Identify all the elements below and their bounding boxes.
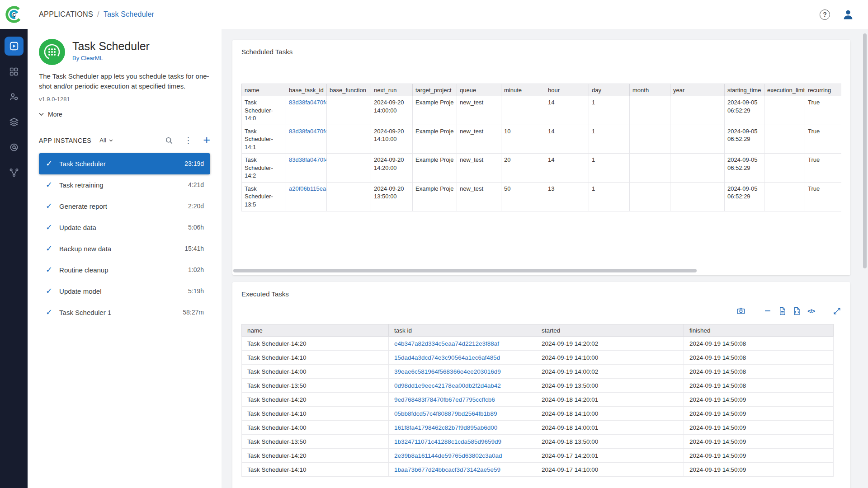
cell-started: 2024-09-18 14:10:00 [536, 407, 684, 421]
breadcrumb-applications-link[interactable]: APPLICATIONS [39, 10, 93, 19]
executed-task-row[interactable]: Task Scheduler-13:50 0d98dd1e9eec42178ea… [242, 379, 834, 393]
cell-target-project: Example Proje [413, 154, 457, 183]
instance-item[interactable]: ✓ Update model 5:19h [39, 281, 210, 302]
base-task-id-link[interactable]: a20f06b115ea4 [286, 182, 327, 211]
task-id-link[interactable]: 05bb8fdcd57c4f808879bd2564fb1b89 [389, 407, 536, 421]
task-id-link[interactable]: 39eae6c581964f568366e4ee203016d9 [389, 365, 536, 379]
app-head: Task Scheduler By ClearML [39, 39, 210, 65]
scheduled-tasks-table-wrap: namebase_task_idbase_functionnext_runtar… [241, 84, 841, 211]
dash-icon[interactable] [764, 307, 772, 315]
column-header[interactable]: target_project [413, 84, 457, 96]
workers-queues-icon [9, 92, 19, 102]
nav-workers-queues[interactable] [5, 87, 24, 106]
scheduled-task-row[interactable]: Task Scheduler-13:5 a20f06b115ea4 2024-0… [242, 182, 842, 211]
task-id-link[interactable]: 161f8fa41798462c82b7f9d895ab6d00 [389, 421, 536, 435]
executed-task-row[interactable]: Task Scheduler-14:20 e4b347a82d334c5eaa7… [242, 337, 834, 351]
cell-year [670, 182, 725, 211]
user-avatar-icon[interactable] [842, 8, 854, 21]
column-header[interactable]: month [630, 84, 670, 96]
nav-datasets[interactable] [5, 113, 24, 131]
task-id-link[interactable]: e4b347a82d334c5eaa74d2212e3f88af [389, 337, 536, 351]
help-icon[interactable]: ? [820, 9, 830, 20]
download-json-icon[interactable] [793, 307, 801, 315]
column-header[interactable]: started [536, 324, 684, 337]
scheduled-task-row[interactable]: Task Scheduler-14:2 83d38fa0470f4 2024-0… [242, 154, 842, 183]
column-header[interactable]: execution_limit [764, 84, 805, 96]
column-header[interactable]: recurring [805, 84, 842, 96]
nav-projects[interactable] [5, 62, 24, 81]
maximize-icon[interactable] [833, 307, 841, 315]
check-icon: ✓ [46, 159, 52, 169]
task-id-link[interactable]: 1b324711071c41288c1cda585d9659d9 [389, 435, 536, 449]
cell-name: Task Scheduler-13:5 [242, 182, 286, 211]
camera-icon[interactable] [736, 306, 745, 315]
column-header[interactable]: day [589, 84, 630, 96]
instance-time: 4:21d [188, 181, 204, 188]
app-description: The Task Scheduler app lets you schedule… [39, 71, 210, 91]
instances-filter-dropdown[interactable]: All [99, 137, 113, 144]
column-header[interactable]: name [242, 324, 389, 337]
kebab-menu-icon[interactable]: ⋮ [184, 136, 193, 145]
column-header[interactable]: name [242, 84, 286, 96]
task-id-link[interactable]: 1baa73b677d24bbcacf3d73142ae5e59 [389, 463, 536, 477]
instance-time: 15:41h [184, 245, 204, 252]
app-byline-link[interactable]: By ClearML [72, 55, 150, 61]
logo-box[interactable]: C [0, 4, 28, 25]
check-icon: ✓ [46, 222, 52, 232]
base-task-id-link[interactable]: 83d38fa0470f4 [286, 96, 327, 125]
embed-code-icon[interactable]: </> [807, 308, 815, 314]
column-header[interactable]: year [670, 84, 725, 96]
nav-applications[interactable] [5, 37, 24, 56]
executed-tasks-table: nametask idstartedfinished Task Schedule… [241, 324, 834, 477]
nav-pipelines[interactable] [5, 163, 24, 182]
nav-reports[interactable] [5, 138, 24, 157]
executed-task-row[interactable]: Task Scheduler-14:20 9ed768483f78470fb67… [242, 393, 834, 407]
download-csv-icon[interactable] [778, 307, 786, 315]
scheduled-task-row[interactable]: Task Scheduler-14:0 83d38fa0470f4 2024-0… [242, 96, 842, 125]
executed-task-row[interactable]: Task Scheduler-14:10 1baa73b677d24bbcacf… [242, 463, 834, 477]
scheduled-task-row[interactable]: Task Scheduler-14:1 83d38fa0470f4 2024-0… [242, 125, 842, 154]
instance-item[interactable]: ✓ Routine cleanup 1:02h [39, 259, 210, 281]
instance-item[interactable]: ✓ Generate report 2:20d [39, 196, 210, 217]
executed-task-row[interactable]: Task Scheduler-14:10 05bb8fdcd57c4f80887… [242, 407, 834, 421]
cell-name: Task Scheduler-14:10 [242, 463, 389, 477]
instance-time: 2:20d [188, 202, 204, 210]
vertical-scrollbar[interactable] [863, 33, 867, 268]
cell-year [670, 96, 725, 125]
task-id-link[interactable]: 2e39b8a161144de59765d63802c3a0ad [389, 449, 536, 463]
column-header[interactable]: starting_time [725, 84, 764, 96]
task-id-link[interactable]: 0d98dd1e9eec42178ea00db2f2d4ab42 [389, 379, 536, 393]
column-header[interactable]: finished [684, 324, 834, 337]
cell-recurring: True [805, 154, 842, 183]
instance-item[interactable]: ✓ Task Scheduler 1 58:27m [39, 302, 210, 323]
cell-name: Task Scheduler-13:50 [242, 435, 389, 449]
column-header[interactable]: base_task_id [286, 84, 327, 96]
applications-icon [9, 41, 19, 51]
instance-item[interactable]: ✓ Backup new data 15:41h [39, 238, 210, 259]
executed-task-row[interactable]: Task Scheduler-14:00 39eae6c581964f56836… [242, 365, 834, 379]
task-id-link[interactable]: 9ed768483f78470fb67ed7795ccffcb6 [389, 393, 536, 407]
horizontal-scrollbar[interactable] [233, 269, 697, 272]
cell-day: 1 [589, 182, 630, 211]
column-header[interactable]: task id [389, 324, 536, 337]
column-header[interactable]: queue [457, 84, 501, 96]
add-instance-button[interactable]: + [203, 134, 210, 146]
instance-item[interactable]: ✓ Task retraining 4:21d [39, 174, 210, 196]
scheduled-tasks-card: Scheduled Tasks namebase_task_idbase_fun… [232, 40, 850, 275]
executed-task-row[interactable]: Task Scheduler-13:50 1b324711071c41288c1… [242, 435, 834, 449]
scheduled-tasks-table: namebase_task_idbase_functionnext_runtar… [241, 84, 841, 211]
task-id-link[interactable]: 15dad4a3dcd74e3c90564a1ec6af485d [389, 351, 536, 365]
executed-task-row[interactable]: Task Scheduler-14:00 161f8fa41798462c82b… [242, 421, 834, 435]
base-task-id-link[interactable]: 83d38fa0470f4 [286, 154, 327, 183]
more-toggle[interactable]: More [39, 111, 210, 118]
column-header[interactable]: base_function [327, 84, 371, 96]
executed-task-row[interactable]: Task Scheduler-14:20 2e39b8a161144de5976… [242, 449, 834, 463]
column-header[interactable]: next_run [371, 84, 413, 96]
search-icon[interactable] [165, 136, 174, 145]
column-header[interactable]: hour [545, 84, 589, 96]
column-header[interactable]: minute [501, 84, 545, 96]
base-task-id-link[interactable]: 83d38fa0470f4 [286, 125, 327, 154]
instance-item[interactable]: ✓ Update data 5:06h [39, 217, 210, 238]
instance-item[interactable]: ✓ Task Scheduler 23:19d [39, 153, 210, 174]
executed-task-row[interactable]: Task Scheduler-14:10 15dad4a3dcd74e3c905… [242, 351, 834, 365]
